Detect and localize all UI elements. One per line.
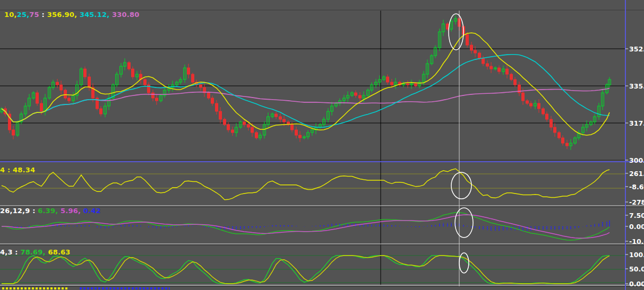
axis-tick-label: 50.00 xyxy=(629,265,644,273)
oscillator-values-label: 4 : 48.34 xyxy=(0,166,35,174)
label-segment: 345.12, xyxy=(77,11,109,19)
axis-tick-label: 100.00 xyxy=(629,251,644,259)
label-segment: 6.39, xyxy=(38,207,58,215)
label-segment: 25, xyxy=(17,11,30,19)
label-segment: 26,12,9 : xyxy=(0,207,38,215)
axis-tick-label: -10.66 xyxy=(629,238,644,245)
label-segment: : xyxy=(39,11,47,19)
axis-tick-label: 0.00 xyxy=(629,280,644,288)
axis-tick-label: 0.00 xyxy=(629,223,644,231)
label-segment: 356.90, xyxy=(47,11,78,19)
clipped-text-fragment xyxy=(2,287,69,289)
label-segment: 5.96, xyxy=(58,207,81,215)
label-segment: 4 : 48.34 xyxy=(0,166,35,174)
axis-tick-label: 352.50 xyxy=(629,45,644,53)
label-segment: 68.63 xyxy=(46,248,71,256)
label-segment: 4,3 : xyxy=(0,248,20,256)
label-segment: 78.69, xyxy=(20,248,45,256)
stochastic-values-label: 4,3 : 78.69, 68.63 xyxy=(0,249,71,256)
chart-canvas[interactable]: 352.50335.00317.50300.00261.31-8.69-278.… xyxy=(0,0,644,290)
macd-values-label: 26,12,9 : 6.39, 5.96, 0.42 xyxy=(0,207,101,215)
axis-tick-label: 7.50 xyxy=(629,212,644,219)
ma-values-label: 10,25,75 : 356.90, 345.12, 330.80 xyxy=(4,11,139,19)
price-chart-svg[interactable]: 352.50335.00317.50300.00261.31-8.69-278.… xyxy=(0,0,644,290)
label-segment: 330.80 xyxy=(109,11,139,19)
label-segment: 10, xyxy=(4,11,17,19)
axis-tick-label: 261.31 xyxy=(629,170,644,178)
axis-tick-label: -278.70 xyxy=(629,198,644,206)
axis-tick-label: 317.50 xyxy=(629,119,644,127)
label-segment: 75 xyxy=(29,11,39,19)
axis-tick-label: 335.00 xyxy=(629,82,644,90)
label-segment: 0.42 xyxy=(81,207,101,215)
clipped-text-fragment xyxy=(80,287,170,289)
chart-window: PTT PUBLIC CO.,LTD. 15-02-2013 - O:360.0… xyxy=(0,0,644,290)
axis-tick-label: 300.00 xyxy=(629,156,644,164)
axis-tick-label: -8.69 xyxy=(629,183,644,191)
